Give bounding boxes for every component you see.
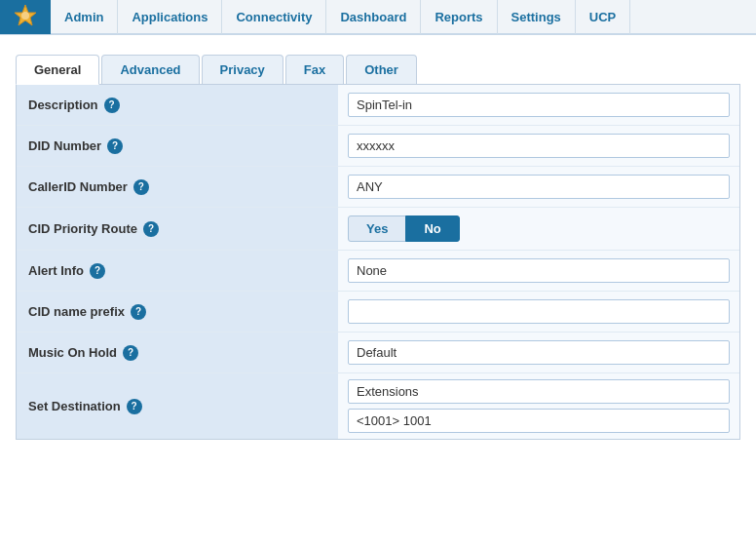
tabs-container: GeneralAdvancedPrivacyFaxOther bbox=[16, 55, 740, 85]
form-row-alert_info: Alert Info? bbox=[17, 251, 739, 292]
help-icon-cid_priority_route[interactable]: ? bbox=[143, 221, 159, 237]
form-area: Description?DID Number?CallerID Number?C… bbox=[16, 85, 740, 440]
top-nav: AdminApplicationsConnectivityDashboardRe… bbox=[0, 0, 756, 35]
label-cid_priority_route: CID Priority Route? bbox=[17, 208, 338, 250]
label-text-alert_info: Alert Info bbox=[28, 263, 84, 278]
input-did_number[interactable] bbox=[348, 134, 730, 158]
input-music_on_hold[interactable] bbox=[348, 340, 730, 365]
label-alert_info: Alert Info? bbox=[17, 251, 338, 291]
label-text-description: Description bbox=[28, 98, 98, 112]
value-cell-callerid_number bbox=[338, 167, 739, 207]
label-music_on_hold: Music On Hold? bbox=[17, 333, 338, 372]
form-row-cid_name_prefix: CID name prefix? bbox=[17, 292, 739, 333]
page-content: GeneralAdvancedPrivacyFaxOther Descripti… bbox=[0, 35, 756, 455]
tab-general[interactable]: General bbox=[16, 55, 99, 85]
help-icon-description[interactable]: ? bbox=[104, 98, 120, 113]
nav-item-settings[interactable]: Settings bbox=[498, 0, 576, 34]
help-icon-cid_name_prefix[interactable]: ? bbox=[131, 304, 146, 320]
label-text-music_on_hold: Music On Hold bbox=[28, 345, 117, 360]
help-icon-set_destination[interactable]: ? bbox=[127, 399, 142, 414]
form-row-callerid_number: CallerID Number? bbox=[17, 167, 739, 208]
input-description[interactable] bbox=[348, 93, 730, 117]
help-icon-music_on_hold[interactable]: ? bbox=[123, 345, 138, 361]
help-icon-did_number[interactable]: ? bbox=[107, 138, 123, 154]
nav-item-connectivity[interactable]: Connectivity bbox=[222, 0, 326, 34]
toggle-btn-cid_priority_route-yes[interactable]: Yes bbox=[348, 215, 406, 242]
label-text-cid_priority_route: CID Priority Route bbox=[28, 221, 137, 236]
label-text-did_number: DID Number bbox=[28, 138, 101, 153]
svg-point-1 bbox=[21, 12, 29, 20]
input-alert_info[interactable] bbox=[348, 258, 730, 283]
value-cell-music_on_hold bbox=[338, 333, 739, 372]
label-text-callerid_number: CallerID Number bbox=[28, 179, 128, 194]
form-row-did_number: DID Number? bbox=[17, 126, 739, 167]
logo-icon bbox=[11, 3, 40, 30]
nav-item-dashboard[interactable]: Dashboard bbox=[326, 0, 421, 34]
tab-other[interactable]: Other bbox=[346, 55, 417, 84]
logo bbox=[0, 0, 51, 34]
value-cell-did_number bbox=[338, 126, 739, 166]
nav-item-admin[interactable]: Admin bbox=[51, 0, 118, 34]
toggle-group-cid_priority_route: YesNo bbox=[348, 215, 460, 242]
form-row-description: Description? bbox=[17, 85, 739, 126]
tab-fax[interactable]: Fax bbox=[285, 55, 344, 84]
value-cell-description bbox=[338, 85, 739, 125]
value-cell-alert_info bbox=[338, 251, 739, 291]
input-callerid_number[interactable] bbox=[348, 175, 730, 199]
label-description: Description? bbox=[17, 85, 338, 125]
help-icon-alert_info[interactable]: ? bbox=[90, 263, 105, 279]
dest-input1-set_destination[interactable] bbox=[348, 379, 730, 404]
label-text-set_destination: Set Destination bbox=[28, 399, 121, 413]
label-set_destination: Set Destination? bbox=[17, 373, 338, 439]
dest-input2-set_destination[interactable] bbox=[348, 409, 730, 433]
label-cid_name_prefix: CID name prefix? bbox=[17, 292, 338, 332]
nav-item-applications[interactable]: Applications bbox=[118, 0, 222, 34]
toggle-btn-cid_priority_route-no[interactable]: No bbox=[405, 215, 459, 242]
label-callerid_number: CallerID Number? bbox=[17, 167, 338, 207]
label-did_number: DID Number? bbox=[17, 126, 338, 166]
form-row-set_destination: Set Destination? bbox=[17, 373, 739, 439]
tab-privacy[interactable]: Privacy bbox=[202, 55, 284, 84]
nav-item-reports[interactable]: Reports bbox=[421, 0, 497, 34]
form-row-music_on_hold: Music On Hold? bbox=[17, 333, 739, 373]
value-cell-cid_priority_route: YesNo bbox=[338, 208, 739, 250]
value-cell-cid_name_prefix bbox=[338, 292, 739, 332]
input-cid_name_prefix[interactable] bbox=[348, 299, 730, 324]
dest-cell-set_destination bbox=[338, 373, 739, 439]
tab-advanced[interactable]: Advanced bbox=[101, 55, 199, 84]
help-icon-callerid_number[interactable]: ? bbox=[133, 179, 149, 195]
form-row-cid_priority_route: CID Priority Route?YesNo bbox=[17, 208, 739, 251]
nav-item-ucp[interactable]: UCP bbox=[576, 0, 630, 34]
label-text-cid_name_prefix: CID name prefix bbox=[28, 304, 125, 319]
